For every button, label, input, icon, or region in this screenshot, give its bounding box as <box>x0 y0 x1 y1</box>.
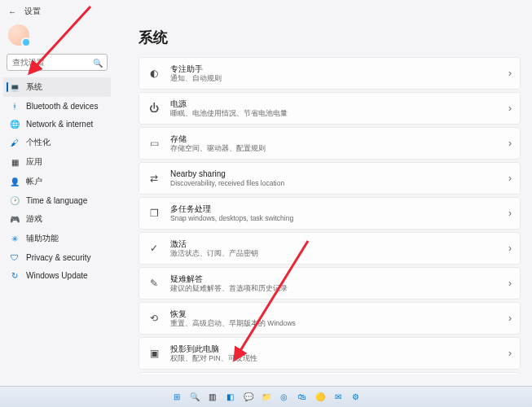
card-icon: ▭ <box>147 137 160 150</box>
sidebar-item-5[interactable]: 👤帐户 <box>3 172 111 191</box>
card-subtitle: 存储空间、驱动器、配置规则 <box>170 144 499 153</box>
sidebar-icon: 🕑 <box>10 195 20 205</box>
card-subtitle: Snap windows, desktops, task switching <box>170 214 499 223</box>
card-title: 疑难解答 <box>170 274 499 284</box>
sidebar-icon: 💻 <box>10 82 20 92</box>
search-input[interactable] <box>7 54 108 71</box>
sidebar-label: Bluetooth & devices <box>26 102 98 111</box>
sidebar-item-1[interactable]: ᚼBluetooth & devices <box>3 97 111 115</box>
chevron-right-icon: › <box>508 103 512 114</box>
mail[interactable]: ✉ <box>332 391 345 404</box>
card-icon: ⏻ <box>147 102 160 115</box>
sidebar-icon: 🌐 <box>10 119 20 129</box>
chat[interactable]: 💬 <box>242 391 255 404</box>
sidebar-icon: ▦ <box>10 157 20 167</box>
card-title: 电源 <box>170 98 499 109</box>
settings-task[interactable]: ⚙ <box>350 391 363 404</box>
card-subtitle: 激活状态、订阅、产品密钥 <box>170 249 499 258</box>
sidebar-label: Time & language <box>26 196 87 205</box>
sidebar-item-6[interactable]: 🕑Time & language <box>3 191 111 209</box>
card-title: 恢复 <box>170 309 499 319</box>
card-icon: ⇄ <box>147 172 160 185</box>
card-subtitle: Discoverability, received files location <box>170 179 499 188</box>
chevron-right-icon: › <box>508 68 512 79</box>
sidebar-item-0[interactable]: 💻系统 <box>3 77 111 97</box>
store[interactable]: 🛍 <box>296 391 309 404</box>
chevron-right-icon: › <box>508 348 512 359</box>
user-avatar[interactable] <box>8 24 29 46</box>
settings-card-5[interactable]: ✓激活激活状态、订阅、产品密钥› <box>138 232 521 265</box>
sidebar-label: Privacy & security <box>26 253 90 262</box>
chevron-right-icon: › <box>508 243 512 254</box>
sidebar-icon: 🖌 <box>10 138 20 147</box>
card-title: 多任务处理 <box>170 204 499 214</box>
explorer[interactable]: 📁 <box>260 391 273 404</box>
sidebar-item-8[interactable]: ✳辅助功能 <box>3 229 111 248</box>
settings-card-0[interactable]: ◐专注助手通知、自动规则› <box>138 57 521 90</box>
sidebar-label: 帐户 <box>26 176 42 187</box>
card-title: 专注助手 <box>170 63 499 74</box>
card-icon: ▣ <box>147 347 160 360</box>
settings-card-8[interactable]: ▣投影到此电脑权限、配对 PIN、可发现性› <box>138 337 521 370</box>
card-icon: ◐ <box>147 67 160 80</box>
page-title: 系统 <box>138 28 521 47</box>
settings-card-6[interactable]: ✎疑难解答建议的疑难解答、首选项和历史记录› <box>138 267 521 300</box>
sidebar-label: 辅助功能 <box>26 233 59 244</box>
app-title: 设置 <box>24 6 41 17</box>
sidebar-item-2[interactable]: 🌐Network & internet <box>3 115 111 133</box>
card-icon: ⟲ <box>147 312 160 325</box>
card-subtitle: 建议的疑难解答、首选项和历史记录 <box>170 284 499 293</box>
back-button[interactable]: ← <box>8 7 16 16</box>
card-subtitle: 睡眠、电池使用情况、节省电池电量 <box>170 109 499 118</box>
card-icon: ❐ <box>147 207 160 220</box>
sidebar-item-3[interactable]: 🖌个性化 <box>3 133 111 152</box>
card-icon: ✓ <box>147 242 160 255</box>
sidebar-label: Windows Update <box>26 271 88 280</box>
taskview[interactable]: ▥ <box>206 391 219 404</box>
chevron-right-icon: › <box>508 208 512 219</box>
sidebar-icon: 🎮 <box>10 214 20 224</box>
card-subtitle: 通知、自动规则 <box>170 74 499 83</box>
settings-card-3[interactable]: ⇄Nearby sharingDiscoverability, received… <box>138 162 521 195</box>
settings-card-1[interactable]: ⏻电源睡眠、电池使用情况、节省电池电量› <box>138 92 521 125</box>
card-icon: ✎ <box>147 277 160 290</box>
sidebar-item-9[interactable]: 🛡Privacy & security <box>3 248 111 266</box>
sidebar-icon: ᚼ <box>10 101 20 111</box>
sidebar-icon: ↻ <box>10 270 20 280</box>
chevron-right-icon: › <box>508 173 512 184</box>
sidebar-label: 应用 <box>26 156 42 168</box>
sidebar-icon: 👤 <box>10 177 20 186</box>
card-subtitle: 重置、高级启动、早期版本的 Windows <box>170 319 499 328</box>
chevron-right-icon: › <box>508 138 512 149</box>
sidebar-item-4[interactable]: ▦应用 <box>3 152 111 172</box>
card-subtitle: 权限、配对 PIN、可发现性 <box>170 354 499 363</box>
taskbar: ⊞ 🔍 ▥ ◧ 💬 📁 ◎ 🛍 🟡 ✉ ⚙ <box>0 386 532 407</box>
chevron-right-icon: › <box>508 313 512 324</box>
sidebar-icon: 🛡 <box>10 252 20 262</box>
edge[interactable]: ◎ <box>278 391 291 404</box>
card-title: 存储 <box>170 133 499 144</box>
card-title: 投影到此电脑 <box>170 344 499 354</box>
card-title: Nearby sharing <box>170 168 499 179</box>
sidebar-icon: ✳ <box>10 234 20 243</box>
card-title: 激活 <box>170 239 499 249</box>
chrome[interactable]: 🟡 <box>314 391 327 404</box>
sidebar-label: 个性化 <box>26 137 51 148</box>
sidebar-label: Network & internet <box>26 120 93 129</box>
settings-card-7[interactable]: ⟲恢复重置、高级启动、早期版本的 Windows› <box>138 302 521 335</box>
sidebar-label: 系统 <box>26 81 42 93</box>
sidebar-label: 游戏 <box>26 213 42 225</box>
search-taskbar[interactable]: 🔍 <box>188 391 201 404</box>
settings-card-9[interactable]: ⤢远程桌面远程桌面用户、连接权限› <box>138 372 521 374</box>
settings-card-4[interactable]: ❐多任务处理Snap windows, desktops, task switc… <box>138 197 521 230</box>
start-button[interactable]: ⊞ <box>170 391 183 404</box>
settings-card-2[interactable]: ▭存储存储空间、驱动器、配置规则› <box>138 127 521 160</box>
sidebar-item-7[interactable]: 🎮游戏 <box>3 209 111 229</box>
widgets[interactable]: ◧ <box>224 391 237 404</box>
sidebar-item-10[interactable]: ↻Windows Update <box>3 266 111 284</box>
chevron-right-icon: › <box>508 278 512 289</box>
